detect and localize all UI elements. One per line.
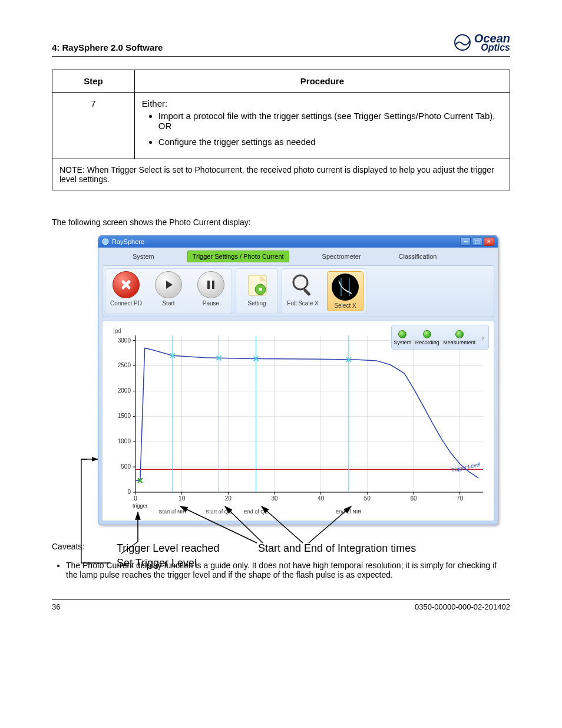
- header-section-title: 4: RaySphere 2.0 Software: [52, 42, 163, 52]
- screenshot-caption: The following screen shows the Photo Cur…: [52, 218, 510, 227]
- toolbar-label: Pause: [193, 300, 229, 307]
- svg-text:0: 0: [134, 495, 137, 502]
- svg-text:30: 30: [271, 495, 278, 502]
- svg-text:3000: 3000: [118, 337, 131, 343]
- step-body: Either: Import a protocol file with the …: [134, 92, 510, 159]
- svg-text:10: 10: [178, 495, 186, 502]
- pause-button[interactable]: Pause: [193, 271, 229, 311]
- annotation-integration-times: Start and End of Integration times: [258, 542, 416, 555]
- toolbar-label: Connect PD: [108, 300, 144, 307]
- connect-pd-button[interactable]: Connect PD: [108, 271, 144, 311]
- svg-rect-3: [212, 281, 214, 289]
- main-tabs: System Trigger Settings / Photo Current …: [98, 248, 498, 263]
- screenshot-wrap: RaySphere ━ ▢ ✕ System Trigger Settings …: [74, 235, 498, 525]
- svg-text:1500: 1500: [118, 413, 131, 419]
- minimize-button[interactable]: ━: [460, 238, 471, 246]
- doc-number: 0350-00000-000-02-201402: [415, 602, 510, 611]
- svg-text:500: 500: [121, 463, 131, 470]
- toolbar: Connect PD Start Pause: [102, 265, 494, 317]
- toolbar-label: Setting: [239, 300, 275, 307]
- col-procedure-header: Procedure: [134, 70, 510, 92]
- play-icon: [155, 271, 182, 298]
- chart-area: System Recording Measurement › Ipd050010…: [102, 321, 494, 521]
- pause-icon: [197, 271, 224, 298]
- toolbar-label: Select X: [328, 302, 363, 309]
- close-button[interactable]: ✕: [484, 238, 494, 246]
- svg-rect-7: [303, 288, 310, 296]
- brand-logo: Ocean Optics: [454, 33, 510, 52]
- svg-text:trigger: trigger: [133, 503, 148, 509]
- svg-rect-2: [207, 281, 210, 289]
- svg-text:Trigger Level: Trigger Level: [450, 461, 482, 473]
- svg-point-5: [259, 288, 262, 291]
- step-bullet: Import a protocol file with the trigger …: [158, 111, 503, 131]
- magnifier-icon: [289, 271, 316, 298]
- procedure-table: Step Procedure 7 Either: Import a protoc…: [52, 70, 510, 190]
- disconnect-icon: [113, 271, 140, 298]
- step-bullet: Configure the trigger settings as needed: [158, 137, 503, 147]
- page-header: 4: RaySphere 2.0 Software Ocean Optics: [52, 33, 510, 57]
- annotation-trigger-reached: Trigger Level reached: [117, 542, 219, 555]
- tab-classification[interactable]: Classification: [394, 251, 442, 262]
- app-window: RaySphere ━ ▢ ✕ System Trigger Settings …: [98, 235, 498, 525]
- procedure-note: NOTE: When Trigger Select is set to Phot…: [52, 159, 510, 190]
- setting-button[interactable]: Setting: [239, 271, 275, 311]
- wave-icon: [454, 34, 471, 51]
- svg-text:50: 50: [364, 495, 371, 502]
- svg-text:0: 0: [127, 489, 131, 495]
- col-step-header: Step: [52, 70, 135, 92]
- step-number: 7: [52, 92, 135, 159]
- svg-text:70: 70: [457, 495, 464, 502]
- photocurrent-chart: Ipd0500100015002000250030000102030405060…: [108, 326, 490, 518]
- svg-point-6: [293, 275, 308, 289]
- page-number: 36: [52, 602, 60, 611]
- maximize-button[interactable]: ▢: [472, 238, 482, 246]
- svg-text:2500: 2500: [118, 362, 131, 368]
- tab-trigger-settings[interactable]: Trigger Settings / Photo Current: [187, 251, 289, 262]
- start-button[interactable]: Start: [150, 271, 187, 311]
- toolbar-label: Start: [150, 300, 187, 307]
- svg-text:60: 60: [410, 495, 417, 502]
- select-x-button[interactable]: Select X: [327, 271, 363, 311]
- svg-text:2000: 2000: [118, 387, 131, 394]
- svg-text:1000: 1000: [118, 438, 131, 444]
- svg-point-1: [103, 239, 108, 245]
- page-footer: 36 0350-00000-000-02-201402: [52, 599, 510, 611]
- svg-text:Start of NIR: Start of NIR: [158, 509, 187, 515]
- settings-icon: [243, 271, 270, 298]
- tab-system[interactable]: System: [128, 251, 159, 262]
- svg-text:End of NIR: End of NIR: [336, 509, 362, 515]
- app-icon: [102, 238, 109, 245]
- svg-text:Ipd: Ipd: [113, 328, 121, 334]
- annotation-set-trigger-level: Set Trigger Level: [117, 557, 197, 569]
- window-titlebar: RaySphere ━ ▢ ✕: [98, 236, 498, 248]
- tab-spectrometer[interactable]: Spectrometer: [318, 251, 366, 262]
- step-lead: Either:: [142, 98, 167, 108]
- window-title: RaySphere: [112, 238, 144, 245]
- select-range-icon: [332, 274, 359, 301]
- full-scale-x-button[interactable]: Full Scale X: [285, 271, 321, 311]
- svg-text:20: 20: [225, 495, 232, 502]
- toolbar-label: Full Scale X: [285, 300, 321, 307]
- svg-text:End of QE: End of QE: [244, 509, 269, 515]
- svg-text:Start of QE: Start of QE: [206, 509, 232, 515]
- svg-text:40: 40: [318, 495, 325, 502]
